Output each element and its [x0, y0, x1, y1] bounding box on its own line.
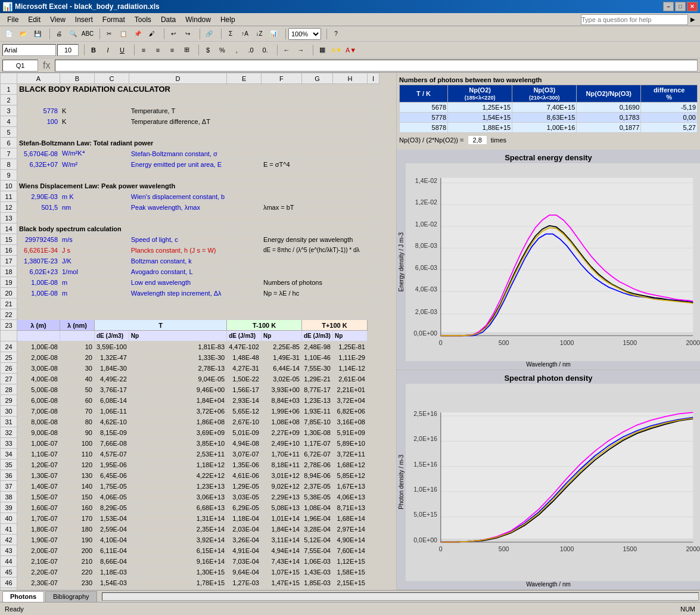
cell-F16[interactable]: dE = 8πhc / (λ^5 (e^(hc/λkT)-1)) * dλ	[261, 245, 379, 256]
cell-A9[interactable]	[17, 170, 379, 181]
cell-E16[interactable]	[227, 245, 262, 256]
row-4-header[interactable]: 4	[1, 116, 17, 127]
sub-dE-T[interactable]: dE (J/m3)	[95, 331, 129, 341]
cell-B12[interactable]: nm	[60, 202, 95, 213]
align-right-button[interactable]: ≡	[166, 44, 179, 57]
cell-G1[interactable]	[301, 84, 332, 95]
sheet-tab-bibliography[interactable]: Bibliography	[45, 591, 97, 602]
row-2-header[interactable]: 2	[1, 95, 17, 105]
cell-A15[interactable]: 299792458	[17, 234, 60, 245]
pt-T1[interactable]: 5678	[400, 102, 448, 113]
cell-A8[interactable]: 6,32E+07	[17, 159, 60, 170]
pt-Np3-1[interactable]: 7,40E+15	[512, 102, 577, 113]
cell-A3[interactable]: 5778	[17, 105, 60, 116]
italic-button[interactable]: I	[101, 44, 114, 57]
pt-Np2-3[interactable]: 1,88E+15	[448, 123, 512, 133]
col-F-header[interactable]: F	[261, 73, 301, 84]
menu-insert[interactable]: Insert	[70, 14, 98, 25]
underline-button[interactable]: U	[116, 44, 129, 57]
row-9-header[interactable]: 9	[1, 170, 17, 181]
menu-help[interactable]: Help	[216, 14, 240, 25]
cell-A4[interactable]: 100	[17, 116, 60, 127]
font-size-input[interactable]	[57, 44, 79, 56]
row-17-header[interactable]: 17	[1, 256, 17, 266]
font-color-button[interactable]: A▼	[344, 44, 357, 57]
pt-Np2-1[interactable]: 1,25E+15	[448, 102, 512, 113]
cell-B20[interactable]: m	[60, 288, 129, 299]
cell-B7[interactable]: W/m²K⁴	[60, 148, 129, 159]
cell-B15[interactable]: m/s	[60, 234, 129, 245]
cell-E19[interactable]	[227, 277, 262, 288]
pt-Np2-2[interactable]: 1,54E+15	[448, 113, 512, 123]
cell-G12[interactable]	[301, 202, 379, 213]
cell-E15[interactable]	[227, 234, 262, 245]
cell-D17[interactable]: Boltzman constant, k	[129, 256, 226, 266]
cell-D16[interactable]: Plancks constant, h (J s = W)	[129, 245, 226, 256]
sub-Np-Tp[interactable]: Np	[332, 331, 367, 341]
cell-reference-input[interactable]	[2, 60, 38, 72]
cell-A21[interactable]	[17, 299, 379, 309]
cell-E3[interactable]	[227, 105, 379, 116]
merge-button[interactable]: ⊞	[180, 44, 193, 57]
hyperlink-button[interactable]: 🔗	[203, 27, 216, 41]
row-22-header[interactable]: 22	[1, 309, 17, 320]
sort-asc-button[interactable]: ↑A	[238, 27, 251, 41]
cell-D12[interactable]: Peak wavelength, λmax	[129, 202, 226, 213]
cell-A14[interactable]: Black body spectrum calculation	[17, 223, 227, 234]
format-painter[interactable]: 🖌	[145, 27, 158, 41]
align-left-button[interactable]: ≡	[137, 44, 150, 57]
cell-F15[interactable]: Energy density per wavelength	[261, 234, 379, 245]
row-7-header[interactable]: 7	[1, 148, 17, 159]
font-name-input[interactable]	[2, 44, 56, 56]
copy-button[interactable]: 📋	[117, 27, 130, 41]
fill-color-button[interactable]: A▼	[330, 44, 343, 57]
sub-Np-T[interactable]: Np	[129, 331, 226, 341]
cell-B3[interactable]: K	[60, 105, 95, 116]
indent-decrease-button[interactable]: ←	[280, 44, 293, 57]
cell-A13[interactable]	[17, 213, 379, 223]
col-B-header[interactable]: B	[60, 73, 95, 84]
cell-E11[interactable]	[227, 191, 379, 202]
cell-B8[interactable]: W/m²	[60, 159, 129, 170]
pt-T2[interactable]: 5778	[400, 113, 448, 123]
cell-C3[interactable]	[95, 105, 129, 116]
pt-T3[interactable]: 5878	[400, 123, 448, 133]
bold-button[interactable]: B	[87, 44, 100, 57]
row-16-header[interactable]: 16	[1, 245, 17, 256]
menu-edit[interactable]: Edit	[23, 14, 45, 25]
row-1-header[interactable]: 1	[1, 84, 17, 95]
sub-Np-Tm[interactable]: Np	[261, 331, 301, 341]
col-C-header[interactable]: C	[95, 73, 129, 84]
sheet-tab-photons[interactable]: Photons	[2, 591, 44, 602]
row-23-header[interactable]: 23	[1, 320, 17, 331]
autosum-button[interactable]: Σ	[224, 27, 237, 41]
cell-H23[interactable]: T+100 K	[301, 320, 367, 331]
cell-B16[interactable]: J s	[60, 245, 129, 256]
row-20-header[interactable]: 20	[1, 288, 17, 299]
cell-C23[interactable]: T	[95, 320, 227, 331]
row-10-header[interactable]: 10	[1, 181, 17, 191]
cell-A11[interactable]: 2,90E-03	[17, 191, 60, 202]
row-3-header[interactable]: 3	[1, 105, 17, 116]
menu-data[interactable]: Data	[156, 14, 181, 25]
cell-A6[interactable]: Stefan-Boltzmann Law: Total radiant powe…	[17, 138, 227, 148]
cell-E12[interactable]	[227, 202, 262, 213]
indent-increase-button[interactable]: →	[294, 44, 307, 57]
cell-F8[interactable]: E = σT^4	[261, 159, 301, 170]
cell-E14[interactable]	[227, 223, 379, 234]
horizontal-scrollbar[interactable]	[102, 592, 699, 601]
save-button[interactable]: 💾	[31, 27, 44, 41]
comma-button[interactable]: ,	[230, 44, 243, 57]
row-13-header[interactable]: 13	[1, 213, 17, 223]
col-H-header[interactable]: H	[332, 73, 367, 84]
cell-A18[interactable]: 6,02E+23	[17, 266, 60, 277]
cell-H1[interactable]	[332, 84, 367, 95]
cell-F1[interactable]	[261, 84, 301, 95]
col-A-header[interactable]: A	[17, 73, 60, 84]
col-D-header[interactable]: D	[129, 73, 226, 84]
cell-D18[interactable]: Avogadro constant, L	[129, 266, 226, 277]
cell-D7[interactable]: Stefan-Boltzmann constant, σ	[129, 148, 226, 159]
cell-D11[interactable]: Wien's displacement constant, b	[129, 191, 226, 202]
pt-Np3-2[interactable]: 8,63E+15	[512, 113, 577, 123]
help-search[interactable]	[581, 14, 688, 25]
